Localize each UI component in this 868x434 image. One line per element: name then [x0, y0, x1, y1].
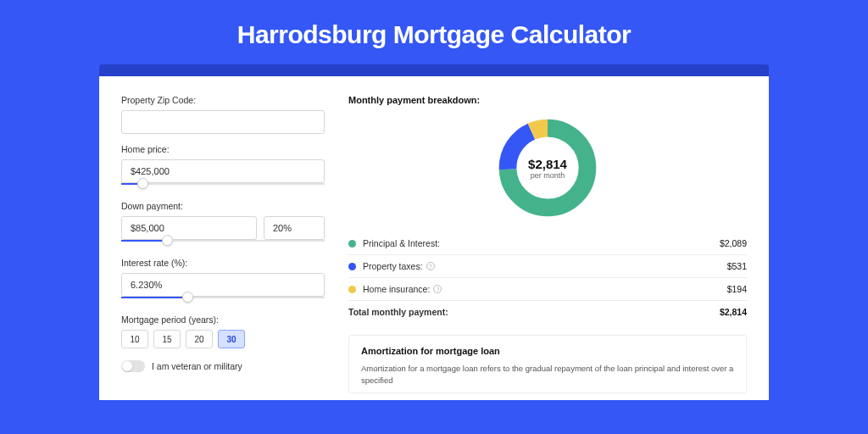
- page-title: Harrodsburg Mortgage Calculator: [0, 0, 868, 64]
- legend-label-insurance: Home insurance: ?: [363, 284, 727, 294]
- down-payment-pct-input[interactable]: [264, 216, 325, 240]
- legend-row-taxes: Property taxes: ? $531: [348, 255, 747, 278]
- home-price-slider[interactable]: [121, 182, 325, 191]
- legend: Principal & Interest: $2,089 Property ta…: [348, 232, 747, 323]
- veteran-row: I am veteran or military: [121, 360, 325, 372]
- dot-taxes: [348, 263, 356, 270]
- dot-insurance: [348, 286, 356, 293]
- legend-label-insurance-text: Home insurance:: [363, 284, 430, 294]
- breakdown-title: Monthly payment breakdown:: [348, 95, 747, 105]
- amortization-panel: Amortization for mortgage loan Amortizat…: [348, 335, 747, 393]
- field-period: Mortgage period (years): 10 15 20 30: [121, 314, 325, 348]
- slider-thumb[interactable]: [162, 235, 173, 246]
- period-btn-10[interactable]: 10: [121, 330, 148, 348]
- calculator-card: Property Zip Code: Home price: Down paym…: [99, 76, 769, 400]
- period-button-group: 10 15 20 30: [121, 330, 325, 348]
- legend-label-taxes: Property taxes: ?: [363, 261, 727, 271]
- donut-chart: $2,814 per month: [495, 115, 600, 220]
- donut-amount: $2,814: [528, 157, 567, 171]
- legend-label-principal: Principal & Interest:: [363, 238, 720, 248]
- dot-principal: [348, 240, 356, 248]
- period-btn-20[interactable]: 20: [186, 330, 213, 348]
- donut-chart-area: $2,814 per month: [348, 110, 747, 232]
- veteran-label: I am veteran or military: [152, 361, 242, 371]
- legend-row-principal: Principal & Interest: $2,089: [348, 232, 747, 255]
- field-home-price: Home price:: [121, 144, 325, 191]
- info-icon[interactable]: ?: [426, 262, 435, 270]
- legend-value-insurance: $194: [727, 284, 747, 294]
- legend-value-total: $2,814: [720, 307, 747, 317]
- field-interest: Interest rate (%):: [121, 258, 325, 304]
- breakdown-column: Monthly payment breakdown: $2,814 per mo…: [348, 95, 747, 393]
- legend-row-insurance: Home insurance: ? $194: [348, 278, 747, 301]
- legend-label-total: Total monthly payment:: [348, 307, 720, 317]
- slider-fill: [121, 240, 162, 242]
- zip-input[interactable]: [121, 110, 325, 134]
- interest-label: Interest rate (%):: [121, 258, 325, 268]
- donut-sub: per month: [531, 171, 565, 180]
- period-btn-15[interactable]: 15: [153, 330, 181, 348]
- slider-fill: [121, 297, 182, 298]
- amortization-title: Amortization for mortgage loan: [361, 346, 734, 356]
- card-container: Property Zip Code: Home price: Down paym…: [99, 64, 769, 400]
- legend-label-taxes-text: Property taxes:: [363, 261, 423, 271]
- field-down-payment: Down payment:: [121, 201, 325, 248]
- interest-input[interactable]: [121, 273, 325, 297]
- zip-label: Property Zip Code:: [121, 95, 325, 105]
- slider-fill: [121, 183, 137, 185]
- legend-row-total: Total monthly payment: $2,814: [348, 301, 747, 323]
- home-price-input[interactable]: [121, 159, 325, 183]
- amortization-text: Amortization for a mortgage loan refers …: [361, 363, 734, 387]
- legend-value-principal: $2,089: [720, 238, 747, 248]
- slider-thumb[interactable]: [182, 292, 193, 303]
- period-label: Mortgage period (years):: [121, 314, 325, 325]
- down-payment-input[interactable]: [121, 216, 257, 240]
- veteran-toggle[interactable]: [121, 360, 145, 372]
- home-price-label: Home price:: [121, 144, 325, 154]
- legend-value-taxes: $531: [727, 261, 747, 271]
- down-payment-slider[interactable]: [121, 239, 325, 248]
- donut-center: $2,814 per month: [495, 115, 600, 220]
- slider-track: [121, 183, 325, 185]
- down-payment-label: Down payment:: [121, 201, 325, 211]
- slider-thumb[interactable]: [137, 178, 148, 189]
- info-icon[interactable]: ?: [433, 285, 442, 293]
- interest-slider[interactable]: [121, 296, 325, 304]
- field-zip: Property Zip Code:: [121, 95, 325, 134]
- form-column: Property Zip Code: Home price: Down paym…: [121, 95, 325, 393]
- period-btn-30[interactable]: 30: [218, 330, 245, 348]
